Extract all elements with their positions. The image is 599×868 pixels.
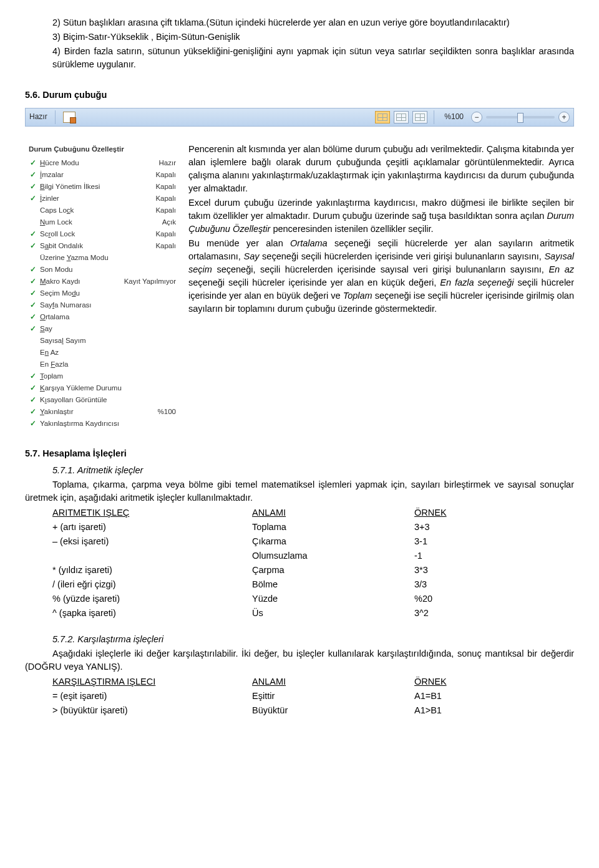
menu-item-label: Karşıya Yükleme Durumu xyxy=(37,383,176,393)
customize-menu-item[interactable]: ✓İzinlerKapalı xyxy=(25,193,180,205)
macro-record-icon[interactable] xyxy=(63,112,75,123)
view-pagelayout-button[interactable] xyxy=(394,111,409,123)
menu-item-label: Seçim Modu xyxy=(37,288,176,299)
table-cell: Çarpma xyxy=(252,563,414,577)
menu-item-label: Bilgi Yönetim İlkesi xyxy=(37,181,155,192)
list-item-4-text: 4) Birden fazla satırın, sütunun yüksekl… xyxy=(52,46,574,69)
heading-5-7-1: 5.7.1. Aritmetik işleçler xyxy=(25,464,574,477)
list-item-4: 4) Birden fazla satırın, sütunun yüksekl… xyxy=(25,45,574,71)
divider xyxy=(434,110,434,124)
customize-menu-item[interactable]: ✓Seçim Modu xyxy=(25,287,180,299)
table-header: ARITMETIK IŞLEÇ xyxy=(52,506,252,520)
menu-item-label: Yakınlaştır xyxy=(37,407,158,417)
para-text: seçeneği seçili hücrelerden içerisinde v… xyxy=(259,251,544,261)
customize-menu-item[interactable]: ✓Son Modu xyxy=(25,264,180,276)
zoom-in-button[interactable]: + xyxy=(558,112,570,123)
menu-item-label: Toplam xyxy=(37,371,176,382)
table-header: ÖRNEK xyxy=(414,675,574,689)
customize-menu-item[interactable]: ✓Sabit OndalıkKapalı xyxy=(25,240,180,252)
table-cell: = (eşit işareti) xyxy=(52,689,252,703)
table-cell: * (yıldız işareti) xyxy=(52,563,252,577)
menu-item-label: İmzalar xyxy=(37,170,155,180)
check-icon: ✓ xyxy=(29,158,37,168)
menu-item-label: İzinler xyxy=(37,193,155,204)
customize-menu-item[interactable]: Sayısal Sayım xyxy=(25,335,180,347)
menu-item-label: Caps Lock xyxy=(37,205,155,216)
customize-menu-item[interactable]: Üzerine Yazma Modu xyxy=(25,252,180,264)
check-icon: ✓ xyxy=(29,418,37,429)
customize-menu-item[interactable]: ✓Say xyxy=(25,323,180,335)
heading-5-7-2: 5.7.2. Karşılaştırma işleçleri xyxy=(25,633,574,646)
italic-term: En az xyxy=(548,264,574,274)
table-header: ÖRNEK xyxy=(414,506,574,520)
table-cell: -1 xyxy=(414,549,574,563)
italic-term: En fazla seçeneği xyxy=(440,277,514,287)
menu-item-label: Ortalama xyxy=(37,312,176,322)
check-icon: ✓ xyxy=(29,371,37,382)
customize-menu-item[interactable]: ✓Yakınlaştır%100 xyxy=(25,406,180,418)
menu-item-label: Kısayolları Görüntüle xyxy=(37,395,176,405)
customize-menu-item[interactable]: ✓İmzalarKapalı xyxy=(25,169,180,181)
view-normal-button[interactable] xyxy=(375,111,390,123)
customize-menu-item[interactable]: Num LockAçık xyxy=(25,216,180,228)
customize-statusbar-menu: Durum Çubuğunu Özelleştir ✓Hücre ModuHaz… xyxy=(25,142,180,430)
para-text: penceresinden istenilen özellikler seçil… xyxy=(270,224,433,234)
check-icon: ✓ xyxy=(29,383,37,393)
menu-item-label: Üzerine Yazma Modu xyxy=(37,253,176,263)
comparison-operators-table: KARŞILAŞTIRMA IŞLECI ANLAMI ÖRNEK = (eşi… xyxy=(52,675,574,718)
heading-5-7: 5.7. Hesaplama İşleçleri xyxy=(25,447,574,460)
customize-menu-item[interactable]: ✓Ortalama xyxy=(25,311,180,323)
customize-menu-item[interactable]: ✓Yakınlaştırma Kaydırıcısı xyxy=(25,418,180,430)
menu-item-value: Hazır xyxy=(159,158,176,168)
table-cell: 3+3 xyxy=(414,520,574,534)
table-cell: % (yüzde işareti) xyxy=(52,592,252,606)
section-5-6-body: Pencerenin alt kısmında yer alan bölüme … xyxy=(188,142,574,317)
menu-item-label: Hücre Modu xyxy=(37,158,159,168)
zoom-slider[interactable] xyxy=(486,116,555,118)
table-cell: Büyüktür xyxy=(252,703,414,718)
menu-item-label: Makro Kaydı xyxy=(37,276,124,287)
table-cell: %20 xyxy=(414,592,574,606)
customize-menu-item[interactable]: ✓Bilgi Yönetim İlkesiKapalı xyxy=(25,181,180,193)
table-cell: A1=B1 xyxy=(414,689,574,703)
heading-5-6: 5.6. Durum çubuğu xyxy=(25,89,574,102)
table-cell: Toplama xyxy=(252,520,414,534)
check-icon: ✓ xyxy=(29,181,37,192)
customize-menu-item[interactable]: En Fazla xyxy=(25,359,180,370)
customize-menu-item[interactable]: ✓Sayfa Numarası xyxy=(25,299,180,311)
list-item-3: 3) Biçim-Satır-Yükseklik , Biçim-Sütun-G… xyxy=(25,31,574,44)
table-cell xyxy=(52,549,252,563)
menu-item-value: Kapalı xyxy=(155,170,176,180)
customize-menu-item[interactable]: ✓Toplam xyxy=(25,370,180,382)
zoom-out-button[interactable]: − xyxy=(471,112,482,123)
menu-item-label: Sabit Ondalık xyxy=(37,241,155,251)
status-ready-label: Hazır xyxy=(29,112,47,122)
customize-menu-item[interactable]: Caps LockKapalı xyxy=(25,205,180,216)
customize-menu-item[interactable]: ✓Scroll LockKapalı xyxy=(25,228,180,240)
check-icon: ✓ xyxy=(29,407,37,417)
customize-menu-item[interactable]: En Az xyxy=(25,347,180,359)
menu-item-value: Kapalı xyxy=(155,205,176,216)
check-icon: ✓ xyxy=(29,288,37,299)
table-cell: ^ (şapka işareti) xyxy=(52,606,252,620)
customize-menu-item[interactable]: ✓Makro KaydıKayıt Yapılmıyor xyxy=(25,276,180,287)
customize-menu-item[interactable]: ✓Karşıya Yükleme Durumu xyxy=(25,382,180,394)
check-icon: ✓ xyxy=(29,241,37,251)
table-cell: Bölme xyxy=(252,577,414,592)
divider xyxy=(55,110,56,124)
customize-menu-item[interactable]: ✓Kısayolları Görüntüle xyxy=(25,394,180,406)
menu-item-value: Kayıt Yapılmıyor xyxy=(124,276,176,287)
menu-item-value: Kapalı xyxy=(155,181,176,192)
customize-menu-item[interactable]: ✓Hücre ModuHazır xyxy=(25,157,180,169)
para-text: Excel durum çubuğu üzerinde yakınlaştırm… xyxy=(188,198,574,221)
menu-item-value: %100 xyxy=(158,407,176,417)
menu-item-value: Kapalı xyxy=(155,241,176,251)
table-cell: 3-1 xyxy=(414,534,574,549)
view-pagebreak-button[interactable] xyxy=(412,111,427,123)
menu-item-value: Kapalı xyxy=(155,229,176,239)
zoom-percent-label[interactable]: %100 xyxy=(441,112,467,122)
table-cell: 3^2 xyxy=(414,606,574,620)
menu-item-label: Scroll Lock xyxy=(37,229,155,239)
slider-thumb[interactable] xyxy=(517,113,524,123)
arithmetic-operators-table: ARITMETIK IŞLEÇ ANLAMI ÖRNEK + (artı işa… xyxy=(52,506,574,620)
